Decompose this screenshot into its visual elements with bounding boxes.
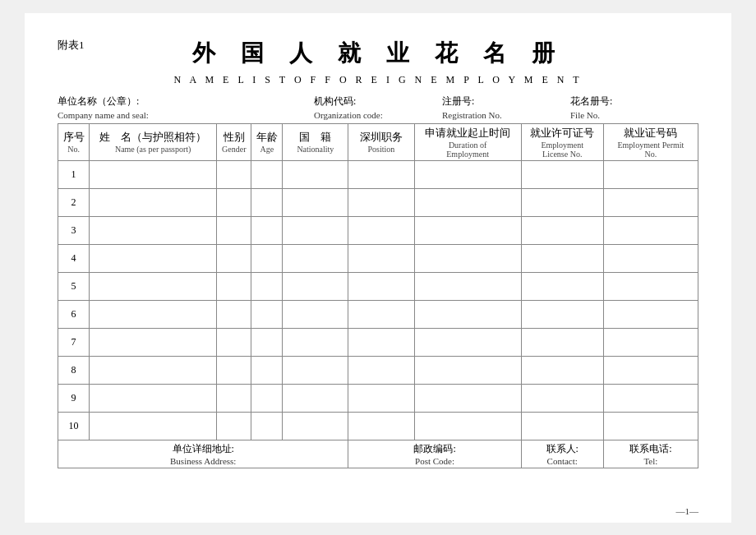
page: 附表1 外 国 人 就 业 花 名 册 N A M E L I S T O F … xyxy=(25,13,731,523)
table-cell xyxy=(414,160,521,188)
col-license-cn: 就业许可证号 xyxy=(524,126,601,141)
table-cell xyxy=(521,300,603,328)
table-cell xyxy=(90,328,217,356)
table-cell: 3 xyxy=(58,216,90,244)
col-header-gender: 性别 Gender xyxy=(217,123,251,160)
footer-address-cn: 单位详细地址: xyxy=(61,442,345,456)
table-cell: 6 xyxy=(58,300,90,328)
page-number: —1— xyxy=(676,506,699,516)
table-cell xyxy=(251,272,283,300)
table-cell xyxy=(90,412,217,440)
table-cell xyxy=(603,384,698,412)
col-position-cn: 深圳职务 xyxy=(351,130,411,145)
col-header-nationality: 国 籍 Nationality xyxy=(283,123,348,160)
table-cell xyxy=(90,216,217,244)
table-cell xyxy=(603,188,698,216)
table-cell xyxy=(348,328,414,356)
table-cell xyxy=(283,412,348,440)
table-cell xyxy=(217,384,251,412)
table-row: 3 xyxy=(58,216,698,244)
table-cell xyxy=(251,384,283,412)
table-cell xyxy=(251,160,283,188)
col-age-cn: 年龄 xyxy=(254,130,279,145)
col-name-cn: 姓 名（与护照相符） xyxy=(92,130,214,145)
reg-cn: 注册号: xyxy=(442,95,570,108)
col-license-en: Employment xyxy=(524,141,601,150)
table-cell xyxy=(217,328,251,356)
col-header-name: 姓 名（与护照相符） Name (as per passport) xyxy=(90,123,217,160)
sub-title: N A M E L I S T O F F O R E I G N E M P … xyxy=(58,74,698,86)
table-cell xyxy=(414,328,521,356)
main-title: 外 国 人 就 业 花 名 册 xyxy=(58,38,698,69)
footer-contact-cn: 联系人: xyxy=(524,442,601,456)
table-row: 1 xyxy=(58,160,698,188)
table-cell xyxy=(414,356,521,384)
table-row: 10 xyxy=(58,412,698,440)
table-cell xyxy=(348,300,414,328)
col-permit-en2: No. xyxy=(606,150,695,159)
table-cell xyxy=(414,300,521,328)
col-header-duration: 申请就业起止时间 Duration of Employment xyxy=(414,123,521,160)
footer-tel: 联系电话: Tel: xyxy=(603,440,698,468)
table-cell xyxy=(603,216,698,244)
reg-en: Registration No. xyxy=(442,110,570,120)
table-cell xyxy=(348,272,414,300)
table-cell xyxy=(283,300,348,328)
col-header-no: 序号 No. xyxy=(58,123,90,160)
table-cell xyxy=(414,272,521,300)
table-cell xyxy=(521,244,603,272)
table-cell xyxy=(414,216,521,244)
table-cell xyxy=(603,412,698,440)
table-cell: 2 xyxy=(58,188,90,216)
footer-contact: 联系人: Contact: xyxy=(521,440,603,468)
table-cell xyxy=(603,328,698,356)
table-row: 6 xyxy=(58,300,698,328)
table-cell xyxy=(521,412,603,440)
table-row: 7 xyxy=(58,328,698,356)
table-cell xyxy=(217,356,251,384)
col-header-permit: 就业证号码 Employment Permit No. xyxy=(603,123,698,160)
table-cell xyxy=(217,412,251,440)
header-fields-cn: 单位名称（公章）: 机构代码: 注册号: 花名册号: xyxy=(58,95,698,108)
table-cell xyxy=(414,412,521,440)
col-permit-cn: 就业证号码 xyxy=(606,126,695,141)
main-table: 序号 No. 姓 名（与护照相符） Name (as per passport)… xyxy=(58,123,698,468)
col-age-en: Age xyxy=(254,145,279,154)
table-cell xyxy=(90,160,217,188)
table-cell xyxy=(521,216,603,244)
col-header-position: 深圳职务 Position xyxy=(348,123,414,160)
table-cell xyxy=(348,356,414,384)
org-cn: 机构代码: xyxy=(314,95,442,108)
table-cell xyxy=(348,216,414,244)
col-name-en: Name (as per passport) xyxy=(92,145,214,154)
footer-postcode: 邮政编码: Post Code: xyxy=(348,440,521,468)
company-en: Company name and seal: xyxy=(58,110,314,120)
col-duration-cn: 申请就业起止时间 xyxy=(417,126,519,141)
footer-address-en: Business Address: xyxy=(61,456,345,466)
col-nationality-cn: 国 籍 xyxy=(285,130,345,145)
footer-tel-en: Tel: xyxy=(606,456,695,466)
table-cell xyxy=(521,160,603,188)
file-en: File No. xyxy=(570,110,698,120)
col-duration-en2: Employment xyxy=(417,150,519,159)
table-row: 2 xyxy=(58,188,698,216)
col-gender-en: Gender xyxy=(219,145,248,154)
table-cell xyxy=(521,188,603,216)
table-cell xyxy=(348,244,414,272)
col-permit-en: Employment Permit xyxy=(606,141,695,150)
file-cn: 花名册号: xyxy=(570,95,698,108)
table-cell xyxy=(251,216,283,244)
table-cell xyxy=(521,384,603,412)
footer-contact-en: Contact: xyxy=(524,456,601,466)
col-duration-en: Duration of xyxy=(417,141,519,150)
footer-postcode-cn: 邮政编码: xyxy=(351,442,518,456)
table-cell xyxy=(90,272,217,300)
table-cell xyxy=(348,412,414,440)
table-cell xyxy=(251,356,283,384)
col-no-cn: 序号 xyxy=(61,130,86,145)
table-cell xyxy=(283,384,348,412)
footer-tel-cn: 联系电话: xyxy=(606,442,695,456)
table-cell xyxy=(603,272,698,300)
table-cell xyxy=(283,328,348,356)
col-nationality-en: Nationality xyxy=(285,145,345,154)
